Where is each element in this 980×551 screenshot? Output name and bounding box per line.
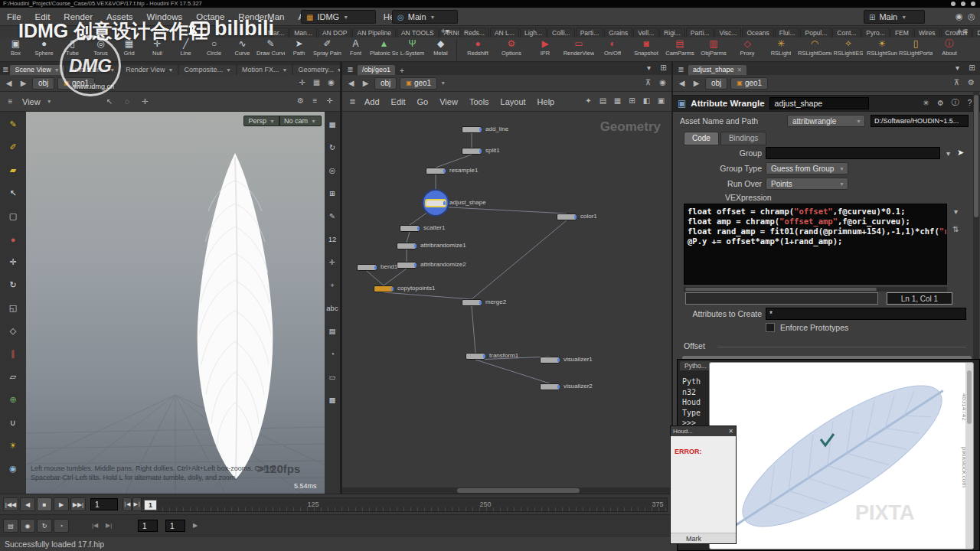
- shelf-tool-circle[interactable]: ○Circle: [200, 38, 228, 57]
- select-arrow-icon[interactable]: ↖: [5, 187, 21, 200]
- shelf-tool-grid[interactable]: ▦Grid: [115, 38, 143, 57]
- forward-icon[interactable]: ▶: [18, 77, 29, 89]
- node-visualizer2[interactable]: [540, 383, 560, 390]
- pane-menu-icon[interactable]: ≣: [345, 64, 356, 75]
- shelf-tool-snapshot[interactable]: ◙Snapshot: [629, 38, 663, 57]
- asset-name-dropdown[interactable]: attribwrangle▼: [787, 115, 865, 127]
- asset-path-field[interactable]: D:/Software/HOUDIN~1.5...: [871, 115, 969, 127]
- param-tab[interactable]: adjust_shape✕: [688, 65, 746, 75]
- breadcrumb-obj[interactable]: obj: [32, 77, 54, 90]
- shelf-tab[interactable]: Rigi...: [659, 28, 685, 37]
- group-type-dropdown[interactable]: Guess from Group▼: [766, 162, 848, 174]
- menu-edit[interactable]: Edit: [28, 10, 57, 24]
- pane-tab-motion-fx-[interactable]: Motion FX...▼: [237, 65, 292, 75]
- shelf-tool-about[interactable]: ⓘAbout: [933, 38, 966, 57]
- pin-icon[interactable]: ⊼: [951, 77, 962, 88]
- shelf-tab[interactable]: Colli...: [547, 28, 575, 37]
- shelf-tool-l-system[interactable]: ΨL-System: [398, 38, 426, 57]
- camera-icon[interactable]: ◉: [5, 462, 21, 475]
- play-button[interactable]: ▶: [54, 497, 69, 511]
- list-icon[interactable]: ▤: [597, 95, 609, 106]
- menu-file[interactable]: File: [0, 10, 28, 24]
- dialog-titlebar[interactable]: Houd... ✕: [671, 426, 736, 436]
- realtime-clock-icon[interactable]: ◔: [54, 519, 69, 533]
- add-tab-button[interactable]: +: [397, 67, 407, 75]
- pane-menu-icon[interactable]: ≣: [347, 96, 358, 107]
- node-bend1[interactable]: [357, 264, 377, 271]
- grid-snap-icon[interactable]: ⊞: [325, 187, 339, 199]
- tab-code[interactable]: Code: [684, 132, 719, 145]
- light-icon[interactable]: ☀: [5, 439, 21, 452]
- target-icon[interactable]: ◎: [325, 164, 339, 176]
- node-name-field[interactable]: adjust_shape: [769, 97, 869, 109]
- shelf-tool-curve[interactable]: ∿Curve: [228, 38, 256, 57]
- help-circle-icon[interactable]: ◉: [956, 11, 963, 21]
- shelf-tab[interactable]: Reds...: [459, 28, 489, 37]
- network-menu-add[interactable]: Add: [364, 97, 380, 106]
- shelf-tool-torus[interactable]: ◎Torus: [87, 38, 115, 57]
- enforce-checkbox[interactable]: [766, 323, 775, 332]
- pane-tab-geometry-[interactable]: Geometry...▼: [293, 65, 346, 75]
- vex-code-editor[interactable]: float offset = chramp("offset",f@curveu)…: [684, 204, 947, 285]
- shelf-tab[interactable]: Popul...: [800, 28, 831, 37]
- seam-icon[interactable]: ∥: [5, 347, 21, 360]
- add-shelf-tab-button-2[interactable]: + ≡: [954, 27, 971, 35]
- maximize-pane-icon[interactable]: ⊞: [658, 62, 669, 73]
- chevron-down-icon[interactable]: ▾: [950, 206, 962, 217]
- right-main-combo[interactable]: ⊞ Main ▼: [864, 10, 925, 24]
- shelf-tab[interactable]: Parti...: [686, 28, 714, 37]
- menu-assets[interactable]: Assets: [100, 10, 140, 24]
- uv-icon[interactable]: ▱: [5, 370, 21, 383]
- error-dialog[interactable]: Houd... ✕ ERROR: Mark: [670, 425, 737, 544]
- move-tool-icon[interactable]: ✛: [325, 256, 339, 268]
- shelf-tool-metal[interactable]: ◆Metal: [426, 38, 455, 57]
- camera-icon[interactable]: ◉: [325, 77, 337, 88]
- attributes-field[interactable]: *: [766, 308, 966, 320]
- shelf-tab[interactable]: Oceans: [742, 28, 773, 37]
- menu-octane[interactable]: Octane: [189, 10, 231, 24]
- code-hscrollbar[interactable]: [684, 287, 947, 292]
- group-field[interactable]: [766, 147, 940, 159]
- breadcrumb-geo1[interactable]: ▣geo1: [730, 77, 768, 90]
- shelf-tool-spray-paint[interactable]: ✐Spray Paint: [313, 38, 341, 57]
- shelf-tool-line[interactable]: ╱Line: [172, 38, 200, 57]
- node-merge2[interactable]: [462, 299, 482, 306]
- network-hscrollbar[interactable]: [342, 487, 671, 494]
- close-icon[interactable]: ✕: [728, 428, 733, 435]
- shelf-tool-rslightdome[interactable]: ◠RSLightDome: [798, 38, 831, 57]
- node-visualizer1[interactable]: [540, 357, 560, 364]
- current-frame-field[interactable]: 1: [90, 498, 118, 510]
- scroll-thumb[interactable]: [685, 288, 877, 291]
- pencil-icon[interactable]: ✎: [5, 118, 21, 131]
- maximize-pane-icon[interactable]: ⊞: [966, 62, 978, 73]
- asterisk-icon[interactable]: ✳: [920, 97, 932, 109]
- node-split1[interactable]: [462, 148, 482, 155]
- pivot-icon[interactable]: ⊕: [5, 393, 21, 406]
- pane-tab-animation-[interactable]: Animation...▼: [66, 65, 119, 75]
- breadcrumb-geo1[interactable]: ▣geo1: [57, 77, 95, 90]
- pane-menu-icon[interactable]: ≣: [675, 64, 687, 75]
- abc-label[interactable]: abc: [325, 302, 339, 314]
- camera-select-button[interactable]: No cam▼: [279, 116, 322, 126]
- desktop-combo[interactable]: ▦ IDMG ▼: [301, 10, 376, 24]
- brush-icon[interactable]: ✐: [5, 141, 21, 154]
- network-tab[interactable]: /obj/geo1: [358, 65, 395, 75]
- grid-icon[interactable]: ▦: [311, 77, 322, 88]
- viewport[interactable]: Persp▼ No cam▼ Left mouse tumbles. Middl…: [26, 112, 325, 494]
- shelf-tab[interactable]: Mar...: [263, 28, 289, 37]
- shelf-tool-camparms[interactable]: ▤CamParms: [663, 38, 697, 57]
- breadcrumb-obj[interactable]: obj: [705, 77, 727, 90]
- timeline-ruler[interactable]: 125250375 1: [141, 497, 668, 512]
- shelf-tool-on-off[interactable]: ◐On/Off: [596, 38, 629, 57]
- shelf-tool-box[interactable]: ▣Box: [2, 38, 30, 57]
- close-icon[interactable]: [971, 2, 975, 6]
- shelf-tool-draw-curve[interactable]: ✎Draw Curve: [256, 38, 285, 57]
- breadcrumb-geo1[interactable]: ▣geo1: [400, 77, 437, 90]
- box-select-icon[interactable]: ▢: [5, 210, 21, 223]
- chevron-down-icon[interactable]: ▾: [643, 62, 655, 73]
- group-select-arrow-icon[interactable]: ➤: [957, 148, 964, 158]
- prev-frame-button[interactable]: ◀: [20, 497, 35, 511]
- wrench-icon[interactable]: ✦: [583, 95, 594, 106]
- chevron-down-icon[interactable]: ▾: [942, 148, 954, 159]
- level-12-label[interactable]: 12: [325, 233, 339, 245]
